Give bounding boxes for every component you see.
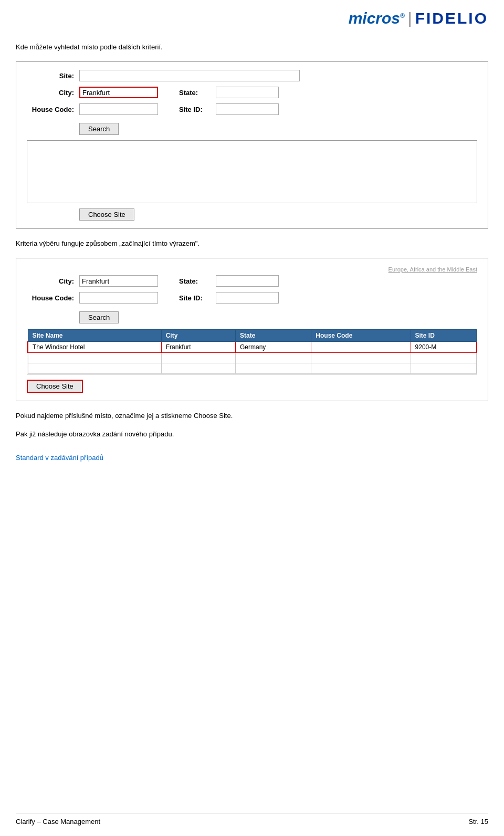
micros-r: ® [400,12,405,19]
site-label: Site: [27,72,74,80]
city-input[interactable] [79,87,158,98]
choose-site-row-2: Choose Site [27,380,477,393]
siteid-label-2: Site ID: [179,294,211,302]
footer-right: Str. 15 [468,818,488,825]
table-row[interactable]: The Windsor Hotel Frankfurt Germany 9200… [28,342,477,353]
siteid-group-2: Site ID: [179,292,279,304]
col-header-house-code: House Code [311,330,411,342]
state-label-2: State: [179,277,211,285]
cell-state: Germany [236,342,311,353]
logo: micros® | FIDELIO [349,9,488,27]
intro-text-1: Kde můžete vyhledat místo podle dalších … [16,43,488,51]
table-body: The Windsor Hotel Frankfurt Germany 9200… [28,342,477,374]
watermark-text: Europe, Africa and the Middle East [27,266,477,273]
col-header-site-id: Site ID [411,330,476,342]
site-input[interactable] [79,70,300,81]
page-content: Kde můžete vyhledat místo podle dalších … [0,33,504,472]
footer-left: Clarify – Case Management [16,818,100,825]
siteid-input-2[interactable] [216,292,279,304]
logo-separator: | [408,9,412,27]
cell-house-code [311,342,411,353]
cell-site-name: The Windsor Hotel [28,342,161,353]
results-table-container: Site Name City State House Code Site ID … [27,329,477,374]
explain-text: Kriteria výběru funguje způsobem „začína… [16,239,488,247]
col-header-site-name: Site Name [28,330,161,342]
city-label-2: City: [27,277,74,285]
housecode-input[interactable] [79,103,158,115]
city-label: City: [27,89,74,97]
cell-city: Frankfurt [161,342,235,353]
empty-cell [28,353,161,363]
city-input-2[interactable] [79,275,158,287]
site-row: Site: [27,70,477,81]
choose-site-button-2[interactable]: Choose Site [27,380,83,393]
search-row-2: Search [27,309,477,323]
state-group-2: State: [179,275,279,287]
state-input[interactable] [216,87,279,98]
results-table: Site Name City State House Code Site ID … [27,329,477,374]
empty-cell-2 [28,363,161,374]
city-state-row-2: City: State: [27,275,477,287]
housecode-siteid-row-2: House Code: Site ID: [27,292,477,304]
footer-link[interactable]: Standard v zadávání případů [16,454,488,462]
col-header-state: State [236,330,311,342]
explain-text-2: Pokud najdeme příslušné místo, označíme … [16,412,488,420]
page-footer: Clarify – Case Management Str. 15 [16,813,488,825]
table-header: Site Name City State House Code Site ID [28,330,477,342]
housecode-input-2[interactable] [79,292,158,304]
housecode-siteid-row: House Code: Site ID: [27,103,477,115]
choose-site-row: Choose Site [79,208,477,221]
cell-site-id: 9200-M [411,342,476,353]
city-state-row: City: State: [27,87,477,98]
fidelio-logo: FIDELIO [415,9,488,27]
table-row-empty-2 [28,363,477,374]
form-section-2: Europe, Africa and the Middle East City:… [16,258,488,401]
form-section-1: Site: City: State: House Code: Site ID: … [16,61,488,229]
table-header-row: Site Name City State House Code Site ID [28,330,477,342]
col-header-city: City [161,330,235,342]
search-button-2[interactable]: Search [79,311,119,323]
housecode-label: House Code: [27,106,74,113]
siteid-group: Site ID: [179,103,279,115]
results-area-empty [27,140,477,203]
state-input-2[interactable] [216,275,279,287]
explain-text-3: Pak již následuje obrazovka zadání novéh… [16,430,488,438]
siteid-input[interactable] [216,103,279,115]
choose-site-button[interactable]: Choose Site [79,208,134,221]
state-group: State: [179,87,279,98]
table-row-empty-1 [28,353,477,363]
page-header: micros® | FIDELIO [0,0,504,33]
state-label: State: [179,89,211,97]
search-button[interactable]: Search [79,123,119,135]
search-row: Search [27,120,477,135]
siteid-label: Site ID: [179,106,211,113]
micros-logo: micros® [349,9,405,27]
housecode-label-2: House Code: [27,294,74,302]
